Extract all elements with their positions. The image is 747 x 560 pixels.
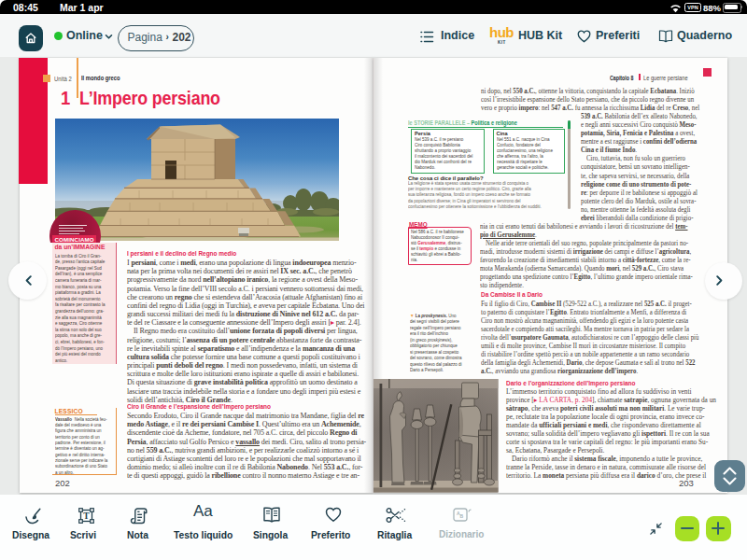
- svg-text:B: B: [460, 512, 464, 518]
- svg-text:T: T: [83, 511, 90, 521]
